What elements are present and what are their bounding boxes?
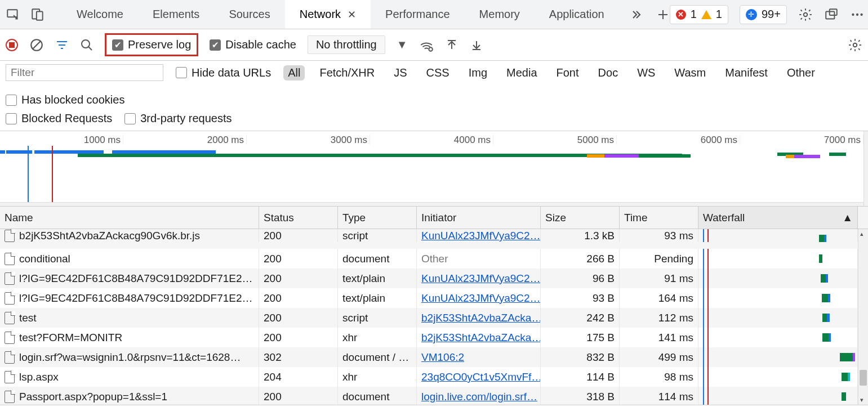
cell-waterfall [698, 269, 858, 288]
type-filter-font[interactable]: Font [552, 65, 584, 80]
record-button[interactable] [6, 39, 18, 51]
col-status[interactable]: Status [259, 207, 338, 229]
add-tab-icon[interactable] [656, 8, 670, 21]
cell-initiator[interactable]: login.live.com/login.srf… [417, 387, 541, 405]
cell-name: b2jK53ShtA2vbaZAckacg90Gv6k.br.js [0, 229, 259, 242]
col-size[interactable]: Size [541, 207, 620, 229]
hide-data-urls-checkbox[interactable]: Hide data URLs [176, 66, 271, 79]
export-har-icon[interactable] [445, 38, 459, 52]
filter-icon[interactable] [55, 38, 69, 52]
issues-icon: ✛ [746, 9, 757, 20]
table-scrollbar[interactable]: ▴▾ [858, 229, 868, 405]
cell-status: 200 [259, 328, 338, 347]
device-toggle-icon[interactable] [30, 7, 45, 22]
cell-type: document [338, 387, 417, 405]
cell-waterfall [698, 367, 858, 387]
cell-waterfall [698, 288, 858, 308]
cell-status: 200 [259, 229, 338, 242]
overview-segment [829, 153, 847, 156]
type-filter-fetch-xhr[interactable]: Fetch/XHR [315, 65, 379, 80]
cell-initiator[interactable]: VM106:2 [417, 347, 541, 367]
close-tab-icon[interactable]: ✕ [348, 8, 356, 21]
type-filter-doc[interactable]: Doc [594, 65, 623, 80]
filter-input[interactable] [6, 64, 163, 81]
table-row[interactable]: Passport.aspx?popup=1&ssl=1200documentlo… [0, 387, 868, 405]
more-tabs-icon[interactable] [629, 8, 643, 21]
overview-timeline[interactable]: 1000 ms2000 ms3000 ms4000 ms5000 ms6000 … [0, 131, 868, 207]
table-row[interactable]: b2jK53ShtA2vbaZAckacg90Gv6k.br.js200scri… [0, 229, 868, 249]
cell-initiator[interactable]: b2jK53ShtA2vbaZAcka… [417, 328, 541, 347]
table-row[interactable]: lsp.aspx204xhr23q8CO0yCt1v5XmvFf…114 B98… [0, 367, 868, 387]
preserve-log-checkbox[interactable]: ✔ Preserve log [105, 33, 198, 56]
cell-initiator[interactable]: KunUAlx23JMfVya9C2… [417, 269, 541, 288]
cell-initiator[interactable]: KunUAlx23JMfVya9C2… [417, 288, 541, 308]
tab-network[interactable]: Network✕ [285, 0, 371, 29]
third-party-checkbox[interactable]: 3rd-party requests [124, 112, 232, 125]
table-row[interactable]: l?IG=9EC42DF61C8B48A79C91D92DDF71E22…200… [0, 269, 868, 288]
error-warning-badge[interactable]: ✕ 1 1 [670, 5, 728, 24]
cell-status: 200 [259, 387, 338, 405]
dcl-marker [28, 146, 29, 206]
inspect-icon[interactable] [6, 7, 20, 22]
cell-name: test?FORM=MONITR [0, 328, 259, 347]
disable-cache-checkbox[interactable]: ✔ Disable cache [210, 38, 296, 51]
throttling-select[interactable]: No throttling [308, 35, 385, 54]
cell-size: 318 B [541, 387, 620, 405]
cell-name: test [0, 308, 259, 328]
settings-gear-icon[interactable] [798, 7, 813, 22]
overview-h-scrollbar[interactable] [0, 202, 863, 206]
kebab-menu-icon[interactable] [850, 7, 865, 22]
tab-sources[interactable]: Sources [214, 0, 284, 29]
table-row[interactable]: l?IG=9EC42DF61C8B48A79C91D92DDF71E22…200… [0, 288, 868, 308]
type-filter-js[interactable]: JS [389, 65, 411, 80]
cell-time: 114 ms [620, 387, 698, 405]
tab-application[interactable]: Application [535, 0, 619, 29]
warning-icon [701, 10, 711, 19]
chevron-down-icon[interactable]: ▼ [397, 38, 408, 51]
network-conditions-icon[interactable] [419, 38, 434, 52]
timeline-tick: 3000 ms [247, 135, 370, 145]
overview-scrollbar[interactable] [863, 131, 868, 206]
tab-memory[interactable]: Memory [465, 0, 535, 29]
type-filter-img[interactable]: Img [464, 65, 492, 80]
svg-rect-5 [830, 9, 837, 15]
col-waterfall[interactable]: Waterfall▲ [698, 207, 858, 229]
import-har-icon[interactable] [470, 38, 483, 52]
type-filter-wasm[interactable]: Wasm [670, 65, 710, 80]
table-row[interactable]: login.srf?wa=wsignin1.0&rpsnv=11&ct=1628… [0, 347, 868, 367]
tab-welcome[interactable]: Welcome [62, 0, 138, 29]
type-filter-media[interactable]: Media [502, 65, 541, 80]
search-icon[interactable] [80, 38, 94, 52]
cell-initiator[interactable]: KunUAlx23JMfVya9C2… [417, 229, 541, 242]
type-filter-ws[interactable]: WS [633, 65, 660, 80]
cell-time: 93 ms [620, 229, 698, 242]
col-type[interactable]: Type [338, 207, 417, 229]
cell-initiator[interactable]: b2jK53ShtA2vbaZAcka… [417, 308, 541, 328]
tab-performance[interactable]: Performance [371, 0, 465, 29]
load-marker [52, 146, 53, 206]
col-time[interactable]: Time [620, 207, 698, 229]
timeline-tick: 2000 ms [123, 135, 247, 145]
type-filter-css[interactable]: CSS [422, 65, 454, 80]
has-blocked-cookies-checkbox[interactable]: Has blocked cookies [6, 93, 124, 106]
panel-settings-gear-icon[interactable] [848, 38, 862, 52]
table-row[interactable]: test200scriptb2jK53ShtA2vbaZAcka…242 B11… [0, 308, 868, 328]
col-name[interactable]: Name [0, 207, 259, 229]
blocked-requests-checkbox[interactable]: Blocked Requests [6, 112, 112, 125]
overview-segment [604, 154, 639, 158]
cell-status: 200 [259, 288, 338, 308]
type-filter-all[interactable]: All [283, 65, 305, 80]
clear-icon[interactable] [29, 38, 44, 52]
type-filter-manifest[interactable]: Manifest [720, 65, 772, 80]
panel-tabs: WelcomeElementsSourcesNetwork✕Performanc… [62, 0, 619, 29]
table-row[interactable]: test?FORM=MONITR200xhrb2jK53ShtA2vbaZAck… [0, 328, 868, 347]
tab-elements[interactable]: Elements [138, 0, 214, 29]
file-icon [5, 253, 15, 265]
col-initiator[interactable]: Initiator [417, 207, 541, 229]
dock-icon[interactable] [824, 7, 839, 22]
checkbox-icon [6, 95, 17, 106]
table-row[interactable]: conditional200documentOther266 BPending [0, 249, 868, 269]
issues-badge[interactable]: ✛ 99+ [740, 5, 787, 24]
cell-initiator[interactable]: 23q8CO0yCt1v5XmvFf… [417, 367, 541, 387]
type-filter-other[interactable]: Other [782, 65, 820, 80]
